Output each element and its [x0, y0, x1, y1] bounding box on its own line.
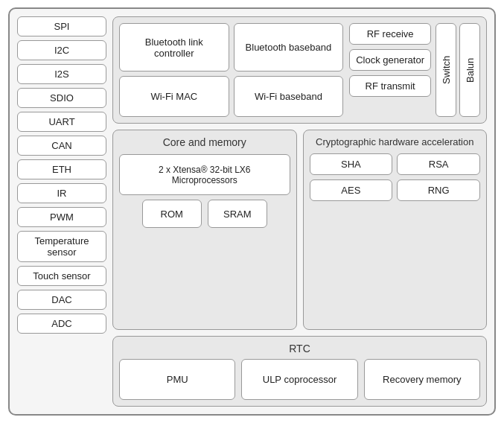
wireless-left: Bluetooth link controller Bluetooth base…: [119, 23, 343, 117]
recovery-memory-block: Recovery memory: [364, 359, 480, 400]
left-item-can: CAN: [17, 136, 106, 156]
middle-section: Core and memory 2 x Xtensa® 32-bit LX6 M…: [112, 130, 487, 330]
crypto-section: Cryptographic hardware acceleration SHA …: [303, 130, 488, 330]
right-area: Bluetooth link controller Bluetooth base…: [112, 16, 487, 407]
core-memory-section: Core and memory 2 x Xtensa® 32-bit LX6 M…: [112, 130, 297, 330]
left-item-i2s: I2S: [17, 64, 106, 84]
left-item-ir: IR: [17, 183, 106, 203]
core-memory-inner: 2 x Xtensa® 32-bit LX6 Microprocessors R…: [119, 154, 290, 228]
sram-block: SRAM: [208, 200, 267, 228]
aes-block: AES: [310, 179, 393, 201]
wifi-baseband: Wi-Fi baseband: [234, 76, 344, 117]
rsa-block: RSA: [397, 153, 480, 175]
left-item-eth: ETH: [17, 159, 106, 179]
processors-block: 2 x Xtensa® 32-bit LX6 Microprocessors: [119, 154, 290, 195]
left-item-dac: DAC: [17, 290, 106, 310]
crypto-title: Cryptographic hardware acceleration: [310, 136, 481, 147]
core-memory-title: Core and memory: [119, 136, 290, 148]
clock-generator: Clock generator: [349, 49, 431, 71]
wireless-section: Bluetooth link controller Bluetooth base…: [112, 16, 487, 124]
rf-column: RF receive Clock generator RF transmit: [349, 23, 431, 117]
left-item-uart: UART: [17, 112, 106, 132]
left-item-sdio: SDIO: [17, 88, 106, 108]
crypto-grid: SHA RSA AES RNG: [310, 153, 481, 201]
left-item-i2c: I2C: [17, 40, 106, 60]
wifi-mac: Wi-Fi MAC: [119, 76, 229, 117]
switch-block: Switch: [436, 23, 456, 117]
left-item-touch: Touch sensor: [17, 266, 106, 286]
left-column: SPI I2C I2S SDIO UART CAN ETH IR PWM Tem…: [17, 16, 106, 407]
balun-block: Balun: [459, 23, 480, 117]
bt-baseband: Bluetooth baseband: [234, 23, 344, 71]
left-item-temp: Temperature sensor: [17, 231, 106, 262]
rtc-inner: PMU ULP coprocessor Recovery memory: [119, 359, 480, 400]
rtc-section: RTC PMU ULP coprocessor Recovery memory: [112, 336, 487, 407]
rtc-title: RTC: [119, 343, 480, 354]
ulp-block: ULP coprocessor: [241, 359, 357, 400]
rf-receive: RF receive: [349, 23, 431, 45]
rom-block: ROM: [142, 200, 202, 228]
rf-transmit: RF transmit: [349, 75, 431, 97]
core-memory-bottom: ROM SRAM: [142, 200, 267, 228]
wireless-bottom-row: Wi-Fi MAC Wi-Fi baseband: [119, 76, 343, 117]
left-item-spi: SPI: [17, 16, 106, 36]
left-item-adc: ADC: [17, 314, 106, 334]
rng-block: RNG: [397, 179, 480, 201]
switch-balun-column: Switch Balun: [436, 23, 480, 117]
diagram: SPI I2C I2S SDIO UART CAN ETH IR PWM Tem…: [8, 7, 496, 416]
pmu-block: PMU: [119, 359, 235, 400]
left-item-pwm: PWM: [17, 207, 106, 227]
wireless-top-row: Bluetooth link controller Bluetooth base…: [119, 23, 343, 71]
sha-block: SHA: [310, 153, 393, 175]
wireless-right: RF receive Clock generator RF transmit S…: [349, 23, 480, 117]
bt-link-controller: Bluetooth link controller: [119, 23, 229, 71]
